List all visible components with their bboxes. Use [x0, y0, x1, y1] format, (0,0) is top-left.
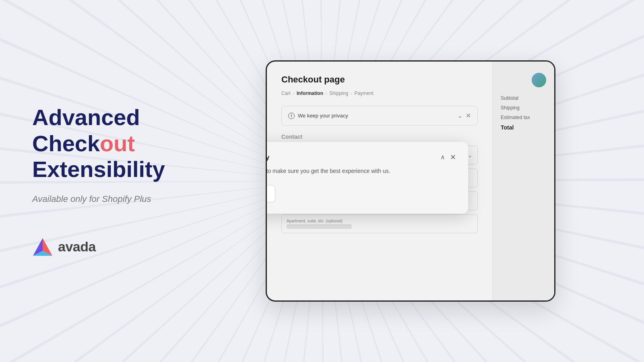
sidebar-subtotal-row: Subtotal	[501, 95, 546, 101]
privacy-banner-left: i We keep your privacy	[288, 113, 348, 119]
sidebar-total-row: Total	[501, 124, 546, 131]
main-headline: Advanced Checkout Extensibility	[32, 105, 233, 182]
modal-title: We keep your privacy	[266, 154, 270, 162]
breadcrumb-sep3: ›	[351, 91, 352, 96]
privacy-close-icon[interactable]: ✕	[466, 112, 471, 119]
modal-chevron-icon[interactable]: ∧	[440, 153, 445, 161]
apartment-value	[287, 224, 352, 229]
checkout-sidebar: Subtotal Shipping Estimated tax Total	[492, 62, 554, 300]
modal-header-right: ∧ ✕	[440, 153, 456, 161]
breadcrumb-cart[interactable]: Cart	[281, 90, 291, 96]
shipping-label: Shipping	[501, 105, 520, 111]
breadcrumb-shipping[interactable]: Shipping	[329, 90, 348, 96]
headline-extensibility: Extensibility	[32, 156, 233, 182]
apartment-field[interactable]: Apartment, suite, etc. (optional)	[281, 214, 478, 233]
breadcrumb-sep2: ›	[326, 91, 327, 96]
modal-body: This website uses cookies to make sure y…	[266, 167, 456, 175]
decline-button[interactable]: Decline	[266, 185, 275, 202]
avada-logo-icon	[32, 237, 53, 257]
logo-text: avada	[58, 239, 96, 255]
breadcrumb: Cart › Information › Shipping › Payment	[281, 90, 478, 96]
headline-out: out	[100, 131, 135, 156]
contact-label: Contact	[281, 134, 478, 140]
modal-header-left: i We keep your privacy	[266, 153, 270, 162]
right-panel: Checkout page Cart › Information › Shipp…	[266, 0, 644, 362]
apartment-label: Apartment, suite, etc. (optional)	[287, 219, 473, 223]
subtotal-label: Subtotal	[501, 95, 518, 101]
logo-area: avada	[32, 237, 233, 257]
left-panel: Advanced Checkout Extensibility Availabl…	[0, 0, 266, 362]
privacy-chevron-icon[interactable]: ⌄	[457, 112, 462, 119]
sidebar-avatar	[532, 73, 546, 87]
breadcrumb-information[interactable]: Information	[297, 90, 323, 96]
checkout-title: Checkout page	[281, 74, 478, 85]
modal-close-icon[interactable]: ✕	[450, 154, 456, 161]
privacy-banner: i We keep your privacy ⌄ ✕	[281, 106, 478, 125]
privacy-modal: i We keep your privacy ∧ ✕ This website …	[266, 142, 468, 214]
privacy-banner-text: We keep your privacy	[298, 113, 348, 119]
breadcrumb-sep1: ›	[293, 91, 294, 96]
sidebar-tax-row: Estimated tax	[501, 115, 546, 120]
privacy-banner-right: ⌄ ✕	[457, 112, 471, 119]
total-label: Total	[501, 124, 514, 131]
breadcrumb-payment[interactable]: Payment	[354, 90, 373, 96]
modal-header: i We keep your privacy ∧ ✕	[266, 153, 456, 162]
subtitle: Available only for Shopify Plus	[32, 194, 233, 204]
privacy-info-icon: i	[288, 113, 295, 119]
modal-actions: Accept Decline	[266, 185, 456, 202]
tablet-mockup: Checkout page Cart › Information › Shipp…	[266, 60, 555, 302]
tax-label: Estimated tax	[501, 115, 530, 120]
sidebar-shipping-row: Shipping	[501, 105, 546, 111]
